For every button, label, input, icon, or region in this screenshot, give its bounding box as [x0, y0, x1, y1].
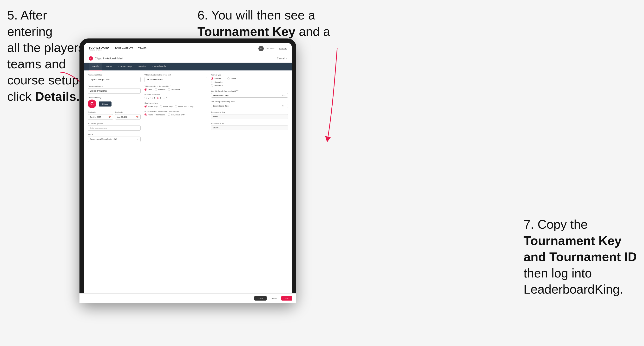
teams-plus-individuals[interactable]: Teams (+Individuals) [144, 114, 166, 116]
scoring-radio-group: Stroke Play Match Play Medal Match Play [144, 105, 207, 108]
delete-button[interactable]: Delete [254, 296, 266, 299]
arrow-right [313, 43, 361, 144]
division-group: Which division is the event for? NCAA Di… [144, 74, 207, 82]
format-section: Format type 5 count 4 6 count 4 [211, 74, 288, 88]
nav-teams[interactable]: TEAMS [138, 47, 146, 50]
middle-column: Which division is the event for? NCAA Di… [144, 74, 207, 277]
dropdown-arrow-division: ⌄ [203, 79, 205, 81]
nav-tournaments[interactable]: TOURNAMENTS [115, 47, 133, 50]
left-column: Tournament Host Clippd College - Men ⌄ T… [88, 74, 141, 277]
cancel-tournament[interactable]: Cancel ✕ [277, 57, 287, 60]
radio-round-2[interactable] [150, 97, 153, 99]
tournament-id-group: Tournament ID 302051 [211, 122, 288, 130]
gender-label: Which gender is the event for? [144, 85, 207, 87]
rounds-2[interactable]: 2 [150, 97, 154, 99]
radio-teams[interactable] [144, 114, 147, 116]
logo-upload-area: C Upload [88, 100, 141, 108]
division-label: Which division is the event for? [144, 74, 207, 76]
footer-cancel-button[interactable]: Cancel [268, 296, 279, 299]
header-right: SI Test User | Sign out [258, 46, 287, 51]
footer-bar: Delete Cancel Save [84, 293, 292, 299]
header-left: SCOREBOARD Powered by clippd TOURNAMENTS… [89, 46, 146, 51]
tournament-logo-c: C [88, 100, 96, 108]
rounds-1[interactable]: 1 [144, 97, 148, 99]
gender-mens[interactable]: Mens [144, 88, 152, 91]
tablet-screen: SCOREBOARD Powered by clippd TOURNAMENTS… [84, 43, 292, 299]
format-other[interactable]: Other [227, 77, 236, 80]
tournament-name-group: Tournament name Clippd Invitational [88, 85, 141, 94]
api1-input[interactable]: Leaderboard King ✕ ⌄ [211, 93, 288, 98]
individuals-only[interactable]: Individuals Only [168, 114, 184, 116]
radio-individuals[interactable] [168, 114, 170, 116]
rounds-3[interactable]: 3 [157, 97, 161, 99]
end-date-group: End date Jan 23, 2024 📅 [115, 111, 141, 120]
radio-other[interactable] [227, 77, 230, 80]
app-logo: SCOREBOARD Powered by clippd [89, 46, 109, 51]
main-content: Tournament Host Clippd College - Men ⌄ T… [84, 70, 292, 289]
radio-6count4[interactable] [211, 81, 214, 83]
calendar-icon-start: 📅 [108, 116, 111, 118]
format-type-label: Format type [211, 74, 288, 76]
tab-results[interactable]: Results [135, 63, 149, 70]
radio-mens[interactable] [144, 88, 147, 91]
nav-items: TOURNAMENTS TEAMS [115, 47, 146, 50]
dropdown-arrow-host: ⌄ [137, 79, 138, 81]
venue-dropdown[interactable]: Peachtree GC - Atlanta - GA ⌄ [88, 137, 141, 142]
user-avatar: SI [258, 46, 264, 51]
gender-combined[interactable]: Combined [168, 88, 180, 91]
radio-womens[interactable] [155, 88, 157, 91]
api2-input[interactable]: Leaderboard King ✕ ⌄ [211, 104, 288, 108]
dropdown-arrow-venue: ⌄ [137, 138, 138, 140]
radio-stroke-play[interactable] [144, 105, 147, 108]
tab-details[interactable]: Details [89, 63, 102, 70]
tournament-key-value: b#fb7 [211, 114, 288, 119]
tournament-host-dropdown[interactable]: Clippd College - Men ⌄ [88, 77, 141, 82]
tab-teams[interactable]: Teams [102, 63, 115, 70]
radio-5count4[interactable] [211, 77, 214, 80]
tournament-id-value: 302051 [211, 125, 288, 130]
division-dropdown[interactable]: NCAA Division III ⌄ [144, 77, 207, 82]
scoring-stroke[interactable]: Stroke Play [144, 105, 158, 108]
rounds-4[interactable]: 4 [163, 97, 167, 99]
format-6count5[interactable]: 6 count 5 [211, 84, 222, 87]
format-5count4[interactable]: 5 count 4 [211, 77, 222, 80]
format-options: 5 count 4 6 count 4 6 count 5 [211, 77, 288, 88]
sponsor-label: Sponsor (optional) [88, 122, 141, 125]
tournament-logo: C [89, 56, 93, 61]
gender-womens[interactable]: Womens [155, 88, 166, 91]
tournament-name: Clippd Invitational (Men) [95, 57, 124, 60]
tournament-name-input[interactable]: Clippd Invitational [88, 88, 141, 94]
clear-api2[interactable]: ✕ ⌄ [282, 105, 286, 107]
tournament-logo-group: Tournament logo C Upload [88, 96, 141, 108]
tournament-id-label: Tournament ID [211, 122, 288, 124]
api2-group: Use third-party scoring API? Leaderboard… [211, 101, 288, 108]
scoring-match[interactable]: Match Play [160, 105, 173, 108]
annotation-step7: 7. Copy the Tournament Key and Tournamen… [524, 216, 637, 298]
radio-match-play[interactable] [160, 105, 162, 108]
sponsor-input[interactable]: Enter sponsor name [88, 126, 141, 131]
dates-group: Start date Jan 21, 2024 📅 End date Jan 2… [88, 111, 141, 120]
gender-radio-group: Mens Womens Combined [144, 88, 207, 91]
start-date-input[interactable]: Jan 21, 2024 📅 [88, 114, 113, 120]
radio-round-4[interactable] [163, 97, 165, 99]
sign-out-link[interactable]: Sign out [279, 47, 287, 50]
end-date-input[interactable]: Jan 23, 2024 📅 [115, 114, 141, 120]
radio-6count5[interactable] [211, 84, 214, 87]
tab-leaderboards[interactable]: Leaderboards [149, 63, 169, 70]
tournament-header: C Clippd Invitational (Men) Cancel ✕ [84, 54, 292, 63]
scoring-medal-match[interactable]: Medal Match Play [175, 105, 194, 108]
radio-round-3[interactable] [157, 97, 159, 99]
upload-button[interactable]: Upload [99, 101, 112, 107]
right-column: Format type 5 count 4 6 count 4 [211, 74, 288, 277]
radio-combined[interactable] [168, 88, 170, 91]
format-6count4[interactable]: 6 count 4 [211, 81, 222, 83]
scoring-group: Scoring system Stroke Play Match Play [144, 102, 207, 108]
save-button[interactable]: Save [281, 296, 292, 299]
clear-api1[interactable]: ✕ ⌄ [282, 94, 286, 96]
radio-round-1[interactable] [144, 97, 147, 99]
tab-course-setup[interactable]: Course Setup [115, 63, 135, 70]
scoring-label: Scoring system [144, 102, 207, 104]
api2-label: Use third-party scoring API? [211, 101, 288, 103]
radio-medal-match[interactable] [175, 105, 177, 108]
sponsor-group: Sponsor (optional) Enter sponsor name [88, 122, 141, 131]
